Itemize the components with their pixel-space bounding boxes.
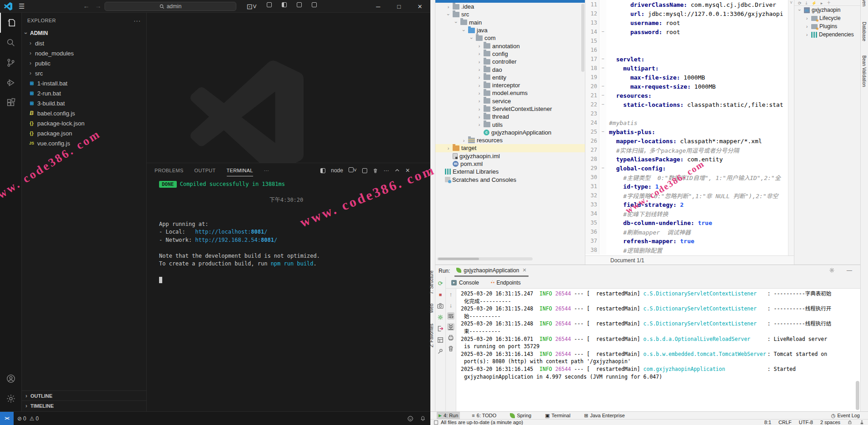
maven-root-node[interactable]: › m gxjyzhaopin bbox=[794, 6, 860, 14]
thread-dump-camera-icon[interactable] bbox=[437, 302, 444, 310]
tree-row-com[interactable]: ›com bbox=[435, 34, 585, 42]
tab-output[interactable]: OUTPUT bbox=[195, 165, 216, 176]
tab-bean-validation[interactable]: Bean Validation bbox=[862, 55, 867, 87]
outline-section[interactable]: ›OUTLINE bbox=[22, 390, 147, 400]
explorer-item-package.json[interactable]: {}package.json bbox=[22, 128, 146, 138]
tree-row-java[interactable]: ›java bbox=[435, 26, 585, 34]
editor-line[interactable]: 19 max-file-size: 1000MB bbox=[585, 73, 794, 82]
problems-status[interactable]: ⊘0 ⚠0 bbox=[17, 415, 39, 422]
editor-scrollbar[interactable]: ˅ bbox=[788, 0, 794, 255]
explorer-item-public[interactable]: ›public bbox=[22, 58, 146, 68]
tab-endpoints[interactable]: •˙•Endpoints bbox=[491, 280, 521, 286]
terminal-output[interactable]: DONE Compiled successfully in 13881ms 下午… bbox=[147, 178, 430, 284]
source-control-activity-icon[interactable] bbox=[0, 53, 22, 73]
editor-line[interactable]: 32 #字段策略 0:"忽略判断",1:"非 NULL 判断"),2:"非空 bbox=[585, 191, 794, 200]
panel-more-actions-icon[interactable]: ··· bbox=[384, 167, 389, 174]
notifications-icon[interactable] bbox=[859, 420, 864, 425]
run-debug-activity-icon[interactable] bbox=[0, 73, 22, 93]
rerun-icon[interactable]: ⟳ bbox=[437, 280, 444, 287]
editor-line[interactable]: 23 bbox=[585, 109, 794, 118]
stop-icon[interactable]: ■ bbox=[437, 291, 444, 298]
toolwindow-button-Java Enterprise[interactable]: ⊞Java Enterprise bbox=[582, 412, 627, 420]
tree-row-main[interactable]: ›main bbox=[435, 19, 585, 26]
editor-line[interactable]: 15 bbox=[585, 36, 794, 45]
toggle-panel-icon[interactable] bbox=[297, 2, 302, 7]
explorer-item-src[interactable]: ›src bbox=[22, 68, 146, 78]
command-center-search[interactable]: admin bbox=[105, 2, 236, 11]
toggle-sidebar-icon[interactable] bbox=[282, 2, 287, 7]
console-scrollbar[interactable] bbox=[856, 381, 859, 410]
tree-row-gxjyzhaopin.iml[interactable]: gxjyzhaopin.iml bbox=[435, 152, 585, 160]
editor-line[interactable]: 28 typeAliasesPackage: com.entity bbox=[585, 155, 794, 164]
tree-row-Scratches and Consoles[interactable]: Scratches and Consoles bbox=[435, 176, 585, 184]
explorer-item-babel.config.js[interactable]: Bbabel.config.js bbox=[22, 108, 146, 118]
explorer-item-vue.config.js[interactable]: JSvue.config.js bbox=[22, 138, 146, 148]
editor-line[interactable]: 13 username: root bbox=[585, 18, 794, 27]
tree-row-src[interactable]: ›src bbox=[435, 10, 585, 18]
tree-row-config[interactable]: ›config bbox=[435, 50, 585, 58]
lock-icon[interactable] bbox=[848, 420, 852, 425]
vertical-scrollbar[interactable] bbox=[581, 4, 584, 72]
explorer-more-actions-icon[interactable]: ··· bbox=[134, 17, 141, 24]
editor-line[interactable]: 24#mybatis bbox=[585, 118, 794, 127]
down-stack-trace-icon[interactable]: ↓ bbox=[447, 301, 454, 309]
editor-line[interactable]: 14− password: root bbox=[585, 27, 794, 36]
tab-problems[interactable]: PROBLEMS bbox=[155, 165, 184, 176]
toggle-secondary-sidebar-icon[interactable] bbox=[312, 2, 317, 7]
line-separator[interactable]: CRLF bbox=[778, 420, 792, 425]
kill-terminal-icon[interactable] bbox=[373, 168, 378, 174]
editor-line[interactable]: 17− servlet: bbox=[585, 55, 794, 64]
local-url-link[interactable]: http://localhost:8081/ bbox=[195, 229, 267, 235]
tree-row-resources[interactable]: ›resources bbox=[435, 136, 585, 144]
toolwindow-button-Spring[interactable]: Spring bbox=[508, 412, 533, 420]
file-encoding[interactable]: UTF-8 bbox=[799, 420, 813, 425]
explorer-item-dist[interactable]: ›dist bbox=[22, 38, 146, 48]
toolwindow-button-4: Run[interactable]: ▶4: Run bbox=[437, 412, 460, 420]
tree-row-thread[interactable]: ›thread bbox=[435, 113, 585, 120]
maximize-panel-icon[interactable] bbox=[394, 168, 400, 173]
exit-icon[interactable] bbox=[437, 325, 444, 332]
window-maximize-button[interactable]: □ bbox=[389, 0, 409, 13]
project-root-admin[interactable]: › ADMIN bbox=[22, 28, 146, 38]
editor-line[interactable]: 16 bbox=[585, 45, 794, 55]
tree-row-External Libraries[interactable]: External Libraries bbox=[435, 168, 585, 175]
caret-position[interactable]: 8:1 bbox=[764, 420, 771, 425]
account-icon[interactable] bbox=[0, 369, 22, 389]
editor-line[interactable]: 21− resources: bbox=[585, 91, 794, 100]
window-minimize-button[interactable]: ─ bbox=[368, 0, 389, 13]
clear-all-trash-icon[interactable] bbox=[447, 345, 454, 352]
explorer-item-1-install.bat[interactable]: ⊞1-install.bat bbox=[22, 78, 146, 88]
tree-row-dao[interactable]: ›dao bbox=[435, 65, 585, 73]
tree-row-model.enums[interactable]: ›model.enums bbox=[435, 89, 585, 97]
profile-icon[interactable]: ⊡˅ bbox=[246, 2, 257, 11]
tree-row-utils[interactable]: ›utils bbox=[435, 120, 585, 128]
run-settings-gear-icon[interactable] bbox=[829, 267, 835, 273]
editor-line[interactable]: 33 field-strategy: 2 bbox=[585, 200, 794, 209]
explorer-item-package-lock.json[interactable]: {}package-lock.json bbox=[22, 118, 146, 128]
pin-icon[interactable] bbox=[437, 348, 444, 355]
editor-line[interactable]: 18− multipart: bbox=[585, 64, 794, 73]
tree-row-entity[interactable]: ›entity bbox=[435, 74, 585, 81]
run-configuration-tab[interactable]: gxjyzhaopinApplication ✕ bbox=[454, 265, 528, 277]
tree-row-interceptor[interactable]: ›interceptor bbox=[435, 81, 585, 89]
editor-line[interactable]: 27 #实体扫描，多个package用逗号或者分号分隔 bbox=[585, 145, 794, 155]
restore-layout-icon[interactable] bbox=[437, 336, 444, 344]
toolwindow-button-Terminal[interactable]: ▣Terminal bbox=[543, 412, 572, 420]
toolwindow-toggle-icon[interactable] bbox=[434, 420, 438, 425]
soft-wrap-icon[interactable] bbox=[447, 312, 454, 320]
search-activity-icon[interactable] bbox=[0, 33, 22, 53]
indent-setting[interactable]: 2 spaces bbox=[820, 420, 840, 425]
timeline-section[interactable]: ›TIMELINE bbox=[22, 400, 147, 410]
editor-line[interactable]: 29− global-config: bbox=[585, 164, 794, 173]
tree-row-.idea[interactable]: ›.idea bbox=[435, 3, 585, 10]
nav-forward-icon[interactable]: → bbox=[95, 2, 101, 10]
event-log-button[interactable]: ◷Event Log bbox=[831, 413, 860, 419]
explorer-item-2-run.bat[interactable]: ⊞2-run.bat bbox=[22, 88, 146, 98]
tab-maven[interactable]: Maven bbox=[862, 0, 867, 6]
maven-node-Dependencies[interactable]: ›Dependencies bbox=[794, 30, 860, 39]
feedback-smiley-icon[interactable] bbox=[407, 415, 414, 422]
run-console-output[interactable]: 2025-03-20 16:31:15.247 INFO 26544 --- [… bbox=[456, 289, 860, 412]
split-terminal-icon[interactable] bbox=[362, 168, 367, 173]
settings-gear-icon[interactable] bbox=[0, 389, 22, 409]
editor-line[interactable]: 35 db-column-underline: true bbox=[585, 218, 794, 227]
